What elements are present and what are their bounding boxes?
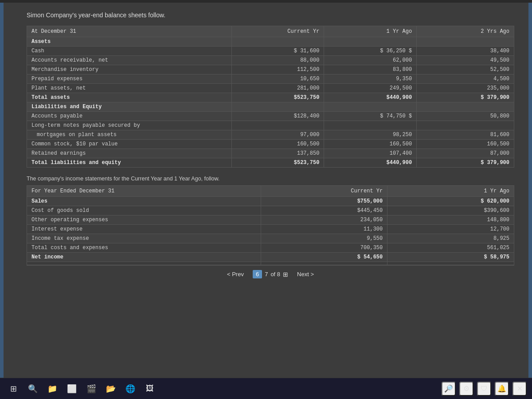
prepaid-label: Prepaid expenses — [27, 74, 232, 84]
left-accent — [0, 3, 4, 378]
navigation-bar: < Prev 6 7 of 8 ⊞ Next > — [27, 265, 514, 283]
page-indicator: 6 7 of 8 ⊞ — [253, 270, 288, 278]
inventory-label: Merchandise inventory — [27, 65, 232, 74]
total-liabilities-label: Total liabilities and equity — [27, 158, 232, 168]
is-col1-header: Current Yr — [261, 186, 387, 197]
file-explorer-button[interactable]: 📁 — [44, 381, 60, 397]
media-button[interactable]: 🎬 — [83, 381, 99, 397]
sales-label: Sales — [27, 197, 261, 206]
sales-row: Sales $755,000 $ 620,000 — [27, 197, 514, 206]
cash-2yr: 38,400 — [417, 47, 514, 56]
ar-label: Accounts receivable, net — [27, 56, 232, 65]
total-assets-1yr: $440,900 — [324, 93, 417, 102]
common-stock-label: Common stock, $10 par value — [27, 140, 232, 149]
browser-button[interactable]: 🌐 — [122, 381, 138, 397]
inventory-current: 112,500 — [231, 65, 324, 74]
ar-1yr: 62,000 — [324, 56, 417, 65]
tax-row: Income tax expense 9,550 8,925 — [27, 234, 514, 243]
mortgages-row: mortgages on plant assets 97,000 98,250 … — [27, 130, 514, 140]
balance-sheet-section: Simon Company's year-end balance sheets … — [27, 12, 514, 168]
prepaid-1yr: 9,350 — [324, 74, 417, 84]
sales-current: $755,000 — [261, 197, 387, 206]
cogs-current: $445,450 — [261, 206, 387, 215]
assets-header-row: Assets — [27, 37, 514, 47]
taskbar: ⊞ 🔍 📁 ⬜ 🎬 📂 🌐 🖼 🔎 ⚙ 🛡 🔔 ✕ — [0, 378, 532, 399]
next-button[interactable]: Next > — [297, 271, 314, 278]
ap-row: Accounts payable $128,400 $ 74,750 $ 50,… — [27, 112, 514, 121]
windows-start-button[interactable]: ⊞ — [5, 381, 21, 397]
plant-2yr: 235,000 — [417, 84, 514, 93]
total-liabilities-1yr: $440,900 — [324, 158, 417, 168]
is-col2-header: 1 Yr Ago — [387, 186, 514, 197]
ap-label: Accounts payable — [27, 112, 232, 121]
mortgages-label: mortgages on plant assets — [27, 130, 232, 140]
total-costs-current: 700,350 — [261, 243, 387, 253]
current-page: 6 — [253, 270, 262, 278]
ap-current: $128,400 — [231, 112, 324, 121]
sound-icon[interactable]: 🔔 — [495, 382, 509, 396]
inventory-2yr: 52,500 — [417, 65, 514, 74]
tax-1yr: 8,925 — [387, 234, 514, 243]
balance-sheet-header-row: At December 31 Current Yr 1 Yr Ago 2 Yrs… — [27, 26, 514, 37]
total-costs-row: Total costs and expenses 700,350 561,025 — [27, 243, 514, 253]
prepaid-2yr: 4,500 — [417, 74, 514, 84]
total-liabilities-2yr: $ 379,900 — [417, 158, 514, 168]
tax-current: 9,550 — [261, 234, 387, 243]
photos-button[interactable]: 🖼 — [142, 381, 158, 397]
retained-earnings-row: Retained earnings 137,850 107,400 87,000 — [27, 149, 514, 158]
total-costs-1yr: 561,025 — [387, 243, 514, 253]
folder-button[interactable]: 📂 — [103, 381, 119, 397]
prev-button[interactable]: < Prev — [227, 271, 244, 278]
interest-current: 11,300 — [261, 225, 387, 234]
next-page: 7 — [265, 271, 268, 278]
total-assets-2yr: $ 379,900 — [417, 93, 514, 102]
ap-1yr: $ 74,750 $ — [324, 112, 417, 121]
cogs-row: Cost of goods sold $445,450 $390,600 — [27, 206, 514, 215]
search-icon-right[interactable]: 🔎 — [442, 382, 456, 396]
mortgages-2yr: 81,600 — [417, 130, 514, 140]
retained-earnings-current: 137,850 — [231, 149, 324, 158]
ltnp-row: Long-term notes payable secured by — [27, 121, 514, 130]
total-liabilities-current: $523,750 — [231, 158, 324, 168]
net-income-1yr: $ 58,975 — [387, 253, 514, 262]
common-stock-2yr: 160,500 — [417, 140, 514, 149]
bs-col1-header: Current Yr — [231, 26, 324, 37]
inventory-1yr: 83,800 — [324, 65, 417, 74]
opex-current: 234,050 — [261, 215, 387, 225]
search-button[interactable]: 🔍 — [25, 381, 41, 397]
screen: Simon Company's year-end balance sheets … — [0, 0, 532, 399]
total-assets-label: Total assets — [27, 93, 232, 102]
common-stock-row: Common stock, $10 par value 160,500 160,… — [27, 140, 514, 149]
opex-label: Other operating expenses — [27, 215, 261, 225]
total-assets-current: $523,750 — [231, 93, 324, 102]
ar-row: Accounts receivable, net 88,000 62,000 4… — [27, 56, 514, 65]
cash-label: Cash — [27, 47, 232, 56]
assets-col2 — [324, 37, 417, 47]
tax-label: Income tax expense — [27, 234, 261, 243]
plant-1yr: 249,500 — [324, 84, 417, 93]
content-area: Simon Company's year-end balance sheets … — [0, 3, 532, 378]
bs-col0-header: At December 31 — [27, 26, 232, 37]
common-stock-current: 160,500 — [231, 140, 324, 149]
settings-icon[interactable]: ⚙ — [459, 382, 473, 396]
ap-2yr: 50,800 — [417, 112, 514, 121]
total-liabilities-row: Total liabilities and equity $523,750 $4… — [27, 158, 514, 168]
cash-1yr: $ 36,250 $ — [324, 47, 417, 56]
total-costs-label: Total costs and expenses — [27, 243, 261, 253]
income-header-row: For Year Ended December 31 Current Yr 1 … — [27, 186, 514, 197]
is-col0-header: For Year Ended December 31 — [27, 186, 261, 197]
ltnp-label: Long-term notes payable secured by — [27, 121, 232, 130]
assets-col1 — [231, 37, 324, 47]
close-icon[interactable]: ✕ — [512, 382, 527, 396]
taskview-button[interactable]: ⬜ — [64, 381, 80, 397]
security-icon[interactable]: 🛡 — [477, 382, 491, 396]
plant-current: 281,000 — [231, 84, 324, 93]
cogs-label: Cost of goods sold — [27, 206, 261, 215]
bs-col2-header: 1 Yr Ago — [324, 26, 417, 37]
mortgages-1yr: 98,250 — [324, 130, 417, 140]
income-table: For Year Ended December 31 Current Yr 1 … — [27, 185, 514, 265]
bs-col3-header: 2 Yrs Ago — [417, 26, 514, 37]
grid-view-icon[interactable]: ⊞ — [283, 271, 288, 278]
ar-current: 88,000 — [231, 56, 324, 65]
interest-label: Interest expense — [27, 225, 261, 234]
